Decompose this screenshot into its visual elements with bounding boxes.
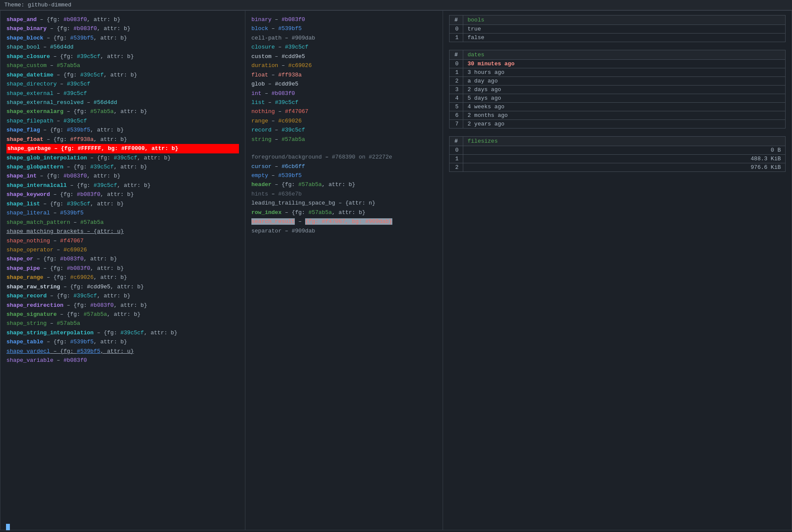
table-row: 2a day ago xyxy=(450,77,786,86)
left-line-15: shape_glob_interpolation – {fg: #39c5cf,… xyxy=(6,153,239,162)
cursor xyxy=(6,521,10,530)
table-row: 0true xyxy=(450,25,786,34)
mid-other-line-5: leading_trailing_space_bg – {attr: n} xyxy=(251,199,437,208)
left-line-35: shape_table – {fg: #539bf5, attr: b} xyxy=(6,337,239,346)
left-line-8: shape_external – #39c5cf xyxy=(6,89,239,98)
mid-other-line-2: empty – #539bf5 xyxy=(251,171,437,180)
mid-other-line-0: foreground/background – #768390 on #2227… xyxy=(251,153,437,162)
table-row: 45 days ago xyxy=(450,94,786,103)
left-line-19: shape_keyword – {fg: #b083f0, attr: b} xyxy=(6,190,239,199)
mid-type-line-4: custom – #cdd9e5 xyxy=(251,52,437,61)
mid-type-line-3: closure – #39c5cf xyxy=(251,43,437,52)
right-panel: #bools0true1false#dates030 minutes ago13… xyxy=(443,11,792,530)
left-line-0: shape_and – {fg: #b083f0, attr: b} xyxy=(6,15,239,24)
left-panel: shape_and – {fg: #b083f0, attr: b}shape_… xyxy=(0,11,245,530)
table-row: 32 days ago xyxy=(450,86,786,94)
col-name: filesizes xyxy=(463,137,786,146)
left-line-1: shape_binary – {fg: #b083f0, attr: b} xyxy=(6,24,239,33)
left-line-23: shape_matching_brackets – {attr: u} xyxy=(6,227,239,236)
mid-type-line-2: cell-path – #909dab xyxy=(251,34,437,43)
left-line-4: shape_closure – {fg: #39c5cf, attr: b} xyxy=(6,52,239,61)
left-line-33: shape_string – #57ab5a xyxy=(6,319,239,328)
left-line-31: shape_redirection – {fg: #b083f0, attr: … xyxy=(6,301,239,310)
col-hash: # xyxy=(450,15,463,25)
theme-label: Theme: github-dimmed xyxy=(4,2,71,8)
left-line-17: shape_int – {fg: #b083f0, attr: b} xyxy=(6,171,239,180)
mid-other-line-6: row_index – {fg: #57ab5a, attr: b} xyxy=(251,208,437,217)
mid-other-line-4: hints – #636e7b xyxy=(251,190,437,199)
left-line-14: shape_garbage – {fg: #FFFFFF, bg: #FF000… xyxy=(6,144,239,153)
table-row: 13 hours ago xyxy=(450,68,786,77)
mid-other-line-7: search_result – {fg: #f47067, bg: #909da… xyxy=(251,217,437,226)
mid-type-line-8: int – #b083f0 xyxy=(251,89,437,98)
left-line-37: shape_variable – #b083f0 xyxy=(6,356,239,365)
left-line-30: shape_record – {fg: #39c5cf, attr: b} xyxy=(6,291,239,300)
left-line-29: shape_raw_string – {fg: #cdd9e5, attr: b… xyxy=(6,282,239,291)
mid-type-line-0: binary – #b083f0 xyxy=(251,15,437,24)
mid-type-line-7: glob – #cdd9e5 xyxy=(251,79,437,89)
mid-other-line-3: header – {fg: #57ab5a, attr: b} xyxy=(251,180,437,189)
mid-type-line-10: nothing – #f47067 xyxy=(251,107,437,116)
left-line-3: shape_bool – #56d4dd xyxy=(6,43,239,52)
col-name: dates xyxy=(463,50,786,60)
mid-other-line-1: cursor – #6cb6ff xyxy=(251,162,437,171)
mid-type-line-6: float – #ff938a xyxy=(251,70,437,79)
table-dates: #dates030 minutes ago13 hours ago2a day … xyxy=(449,50,786,128)
table-row: 54 weeks ago xyxy=(450,103,786,111)
left-line-5: shape_custom – #57ab5a xyxy=(6,61,239,70)
col-hash: # xyxy=(450,137,463,146)
left-line-32: shape_signature – {fg: #57ab5a, attr: b} xyxy=(6,310,239,319)
left-line-7: shape_directory – #39c5cf xyxy=(6,79,239,89)
col-hash: # xyxy=(450,50,463,60)
left-line-25: shape_operator – #c69026 xyxy=(6,245,239,254)
table-row: 1488.3 KiB xyxy=(450,155,786,163)
left-line-2: shape_block – {fg: #539bf5, attr: b} xyxy=(6,34,239,43)
left-line-20: shape_list – {fg: #39c5cf, attr: b} xyxy=(6,199,239,208)
left-line-26: shape_or – {fg: #b083f0, attr: b} xyxy=(6,254,239,263)
theme-bar: Theme: github-dimmed xyxy=(0,0,792,10)
left-line-22: shape_match_pattern – #57ab5a xyxy=(6,218,239,227)
table-row: 00 B xyxy=(450,146,786,155)
mid-type-line-13: string – #57ab5a xyxy=(251,135,437,144)
table-filesizes: #filesizes00 B1488.3 KiB2976.6 KiB xyxy=(449,136,786,172)
left-line-27: shape_pipe – {fg: #b083f0, attr: b} xyxy=(6,264,239,273)
mid-type-line-12: record – #39c5cf xyxy=(251,125,437,135)
table-bools: #bools0true1false xyxy=(449,15,786,42)
mid-type-line-9: list – #39c5cf xyxy=(251,98,437,107)
left-line-11: shape_filepath – #39c5cf xyxy=(6,116,239,125)
middle-panel: binary – #b083f0block – #539bf5cell-path… xyxy=(245,11,443,530)
table-row: 62 months ago xyxy=(450,111,786,120)
col-name: bools xyxy=(463,15,786,25)
left-line-21: shape_literal – #539bf5 xyxy=(6,208,239,217)
left-line-12: shape_flag – {fg: #539bf5, attr: b} xyxy=(6,125,239,135)
table-row: 2976.6 KiB xyxy=(450,163,786,172)
left-line-36: shape_vardecl – {fg: #539bf5, attr: u} xyxy=(6,347,239,356)
left-line-16: shape_globpattern – {fg: #39c5cf, attr: … xyxy=(6,162,239,171)
left-line-28: shape_range – {fg: #c69026, attr: b} xyxy=(6,273,239,282)
mid-type-line-11: range – #c69026 xyxy=(251,116,437,125)
left-line-10: shape_externalarg – {fg: #57ab5a, attr: … xyxy=(6,107,239,116)
table-row: 72 years ago xyxy=(450,120,786,128)
mid-other-line-8: separator – #909dab xyxy=(251,226,437,235)
table-row: 030 minutes ago xyxy=(450,60,786,68)
left-line-24: shape_nothing – #f47067 xyxy=(6,236,239,245)
mid-type-line-5: duration – #c69026 xyxy=(251,61,437,70)
left-line-6: shape_datetime – {fg: #39c5cf, attr: b} xyxy=(6,70,239,79)
main-container: shape_and – {fg: #b083f0, attr: b}shape_… xyxy=(0,10,792,530)
mid-type-line-1: block – #539bf5 xyxy=(251,24,437,33)
left-line-34: shape_string_interpolation – {fg: #39c5c… xyxy=(6,328,239,337)
table-row: 1false xyxy=(450,34,786,42)
left-line-18: shape_internalcall – {fg: #39c5cf, attr:… xyxy=(6,181,239,190)
left-line-9: shape_external_resolved – #56d4dd xyxy=(6,98,239,107)
left-line-13: shape_float – {fg: #ff938a, attr: b} xyxy=(6,135,239,144)
